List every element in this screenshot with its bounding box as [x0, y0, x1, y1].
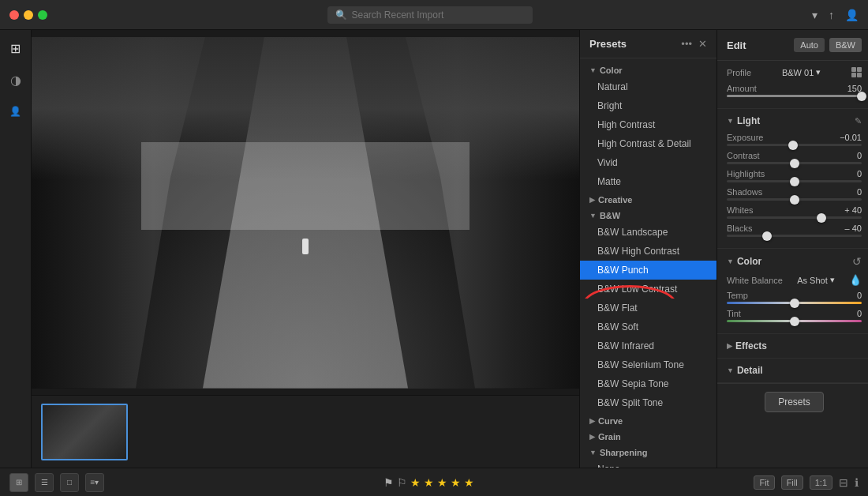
preset-category-color[interactable]: ▼ Color	[580, 62, 716, 77]
preset-category-bw[interactable]: ▼ B&W	[580, 207, 716, 223]
preset-sharpening-none[interactable]: None	[580, 460, 716, 468]
preset-category-creative[interactable]: ▶ Creative	[580, 191, 716, 207]
light-label: Light	[737, 115, 760, 126]
blacks-thumb[interactable]	[762, 231, 772, 241]
temp-thumb[interactable]	[790, 299, 799, 308]
highlights-thumb[interactable]	[790, 177, 799, 186]
presets-close-icon[interactable]: ✕	[698, 38, 707, 50]
wb-dropdown-icon[interactable]: ▾	[830, 275, 835, 285]
library-nav-icon[interactable]: ⊞	[7, 39, 24, 57]
list-view-button[interactable]: ☰	[35, 473, 54, 492]
bw-button[interactable]: B&W	[829, 38, 862, 52]
bw-arrow-icon: ▼	[589, 212, 597, 220]
close-button[interactable]	[9, 10, 19, 20]
filter-icon[interactable]: ▾	[812, 9, 817, 21]
grid-view-button[interactable]: ⊞	[9, 473, 28, 492]
light-arrow-icon: ▼	[727, 117, 734, 125]
search-bar[interactable]: 🔍	[327, 6, 533, 24]
light-edit-icon[interactable]: ✎	[855, 116, 862, 126]
curve-arrow-icon: ▶	[589, 417, 595, 425]
light-section-header[interactable]: ▼ Light ✎	[727, 115, 862, 126]
exposure-label: Exposure	[727, 133, 763, 142]
eyedropper-icon[interactable]: 💧	[849, 274, 862, 286]
minimize-button[interactable]	[24, 10, 33, 20]
preset-bw-selenium-tone[interactable]: B&W Selenium Tone	[580, 355, 716, 374]
single-view-button[interactable]: □	[60, 473, 79, 492]
color-reset-icon[interactable]: ↺	[852, 255, 862, 268]
preset-bw-infrared[interactable]: B&W Infrared	[580, 336, 716, 355]
preset-bw-high-contrast[interactable]: B&W High Contrast	[580, 242, 716, 261]
preset-natural[interactable]: Natural	[580, 77, 716, 96]
exposure-thumb[interactable]	[788, 141, 798, 150]
light-section: ▼ Light ✎ Exposure −0.01 Contrast	[717, 109, 868, 249]
preset-category-curve[interactable]: ▶ Curve	[580, 412, 716, 428]
preset-category-grain[interactable]: ▶ Grain	[580, 428, 716, 444]
shadows-thumb[interactable]	[790, 195, 799, 205]
whites-label-row: Whites + 40	[727, 205, 862, 215]
share-icon[interactable]: ↑	[829, 9, 834, 21]
grid-view-icon[interactable]	[851, 67, 862, 77]
bw-category-label: B&W	[600, 211, 620, 220]
amount-thumb[interactable]	[857, 92, 866, 101]
preset-bw-split-tone[interactable]: B&W Split Tone	[580, 393, 716, 412]
star-3[interactable]: ★	[437, 476, 447, 489]
compare-icon[interactable]: ⊟	[839, 476, 848, 489]
info-icon[interactable]: ℹ	[855, 476, 859, 489]
preset-high-contrast-detail[interactable]: High Contrast & Detail	[580, 134, 716, 153]
creative-arrow-icon: ▶	[589, 196, 595, 204]
fit-button[interactable]: Fit	[754, 475, 774, 490]
map-nav-icon[interactable]: ◑	[7, 71, 24, 88]
search-input[interactable]	[352, 9, 510, 21]
highlights-track[interactable]	[727, 180, 862, 182]
filmstrip-thumb[interactable]	[41, 404, 128, 460]
temp-slider-row: Temp 0	[727, 291, 862, 304]
preset-vivid[interactable]: Vivid	[580, 153, 716, 172]
preset-bright[interactable]: Bright	[580, 96, 716, 115]
blacks-track[interactable]	[727, 235, 862, 237]
preset-matte[interactable]: Matte	[580, 172, 716, 191]
fill-button[interactable]: Fill	[781, 475, 803, 490]
highlights-slider-row: Highlights 0	[727, 169, 862, 182]
color-section-header[interactable]: ▼ Color ↺	[727, 255, 862, 268]
effects-header[interactable]: ▶ Effects	[727, 340, 862, 351]
detail-title: ▼ Detail	[727, 365, 763, 376]
preset-category-sharpening[interactable]: ▼ Sharpening	[580, 444, 716, 460]
bottom-center: ⚑ ⚐ ★ ★ ★ ★ ★	[383, 476, 474, 489]
profile-dropdown-icon[interactable]: ▾	[816, 67, 821, 77]
preset-bw-low-contrast[interactable]: B&W Low Contrast	[580, 280, 716, 299]
effects-label: Effects	[735, 340, 767, 351]
contrast-thumb[interactable]	[790, 159, 799, 168]
star-1[interactable]: ★	[410, 476, 421, 489]
preset-high-contrast[interactable]: High Contrast	[580, 115, 716, 134]
sharpening-arrow-icon: ▼	[589, 449, 597, 457]
auto-button[interactable]: Auto	[794, 38, 825, 52]
shadows-track[interactable]	[727, 198, 862, 201]
ratio-button[interactable]: 1:1	[810, 475, 832, 490]
presets-bottom-button[interactable]: Presets	[765, 392, 824, 412]
preset-bw-landscape[interactable]: B&W Landscape	[580, 223, 716, 242]
flag-unflag-icon[interactable]: ⚐	[397, 476, 407, 489]
whites-thumb[interactable]	[817, 213, 826, 223]
temp-track[interactable]	[727, 302, 862, 304]
exposure-track[interactable]	[727, 144, 862, 146]
tint-thumb[interactable]	[790, 317, 799, 326]
star-2[interactable]: ★	[424, 476, 434, 489]
star-5[interactable]: ★	[464, 476, 474, 489]
preset-bw-sepia-tone[interactable]: B&W Sepia Tone	[580, 374, 716, 393]
amount-track[interactable]	[727, 95, 862, 97]
star-4[interactable]: ★	[451, 476, 461, 489]
flag-icon[interactable]: ⚑	[383, 476, 394, 489]
presets-more-icon[interactable]: •••	[681, 38, 692, 50]
preset-bw-flat[interactable]: B&W Flat	[580, 299, 716, 318]
whites-track[interactable]	[727, 216, 862, 219]
whites-value: + 40	[840, 205, 862, 215]
tint-track[interactable]	[727, 320, 862, 322]
preset-bw-soft[interactable]: B&W Soft	[580, 318, 716, 336]
detail-header[interactable]: ▼ Detail	[727, 365, 862, 376]
preset-bw-punch[interactable]: B&W Punch	[580, 261, 716, 280]
contrast-track[interactable]	[727, 162, 862, 164]
develop-nav-icon[interactable]: 👤	[7, 103, 24, 120]
profile-icon[interactable]: 👤	[845, 9, 859, 21]
maximize-button[interactable]	[38, 10, 47, 20]
sort-button[interactable]: ≡▾	[85, 473, 104, 492]
